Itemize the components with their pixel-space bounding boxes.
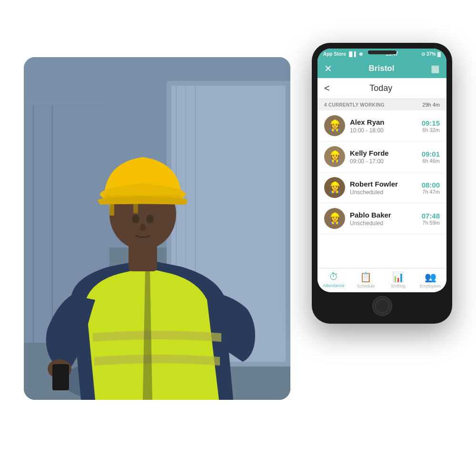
employee-item[interactable]: 👷 Kelly Forde 09:00 - 17:00 09:01 6h 46m: [317, 141, 446, 172]
svg-rect-19: [109, 204, 114, 216]
employee-info: Pablo Baker Unscheduled: [350, 211, 417, 227]
employee-list: 👷 Alex Ryan 10:00 - 18:00 09:15 6h 32m 👷…: [317, 110, 446, 268]
employee-avatar: 👷: [324, 146, 345, 167]
nav-label-schedule: Schedule: [357, 284, 375, 288]
location-title: Bristol: [369, 64, 395, 73]
status-right: ⊙ 37% ▓: [421, 51, 441, 57]
phone-device: App Store ▐▌▌ ⊛ 15:47 ⊙ 37% ▓ ✕ Bristol …: [312, 43, 452, 324]
nav-icon-schedule: 📋: [360, 271, 372, 283]
employee-name: Kelly Forde: [350, 149, 417, 157]
employee-info: Robert Fowler Unscheduled: [350, 180, 417, 196]
home-button[interactable]: [372, 296, 392, 316]
back-button[interactable]: <: [324, 83, 330, 94]
calendar-button[interactable]: ▦: [431, 63, 440, 74]
employee-clock-in: 09:01: [422, 150, 440, 158]
employee-item[interactable]: 👷 Alex Ryan 10:00 - 18:00 09:15 6h 32m: [317, 110, 446, 141]
signal-icon: ▐▌▌: [347, 51, 357, 57]
worker-illustration: [24, 57, 290, 400]
employee-item[interactable]: 👷 Pablo Baker Unscheduled 07:48 7h 59m: [317, 203, 446, 234]
stats-bar: 4 CURRENTLY WORKING 29h 4m: [317, 99, 446, 110]
employee-avatar: 👷: [324, 208, 345, 229]
svg-rect-12: [52, 364, 69, 390]
nav-icon-attendance: ⏱: [329, 271, 338, 282]
employee-name: Alex Ryan: [350, 118, 417, 126]
home-button-ring: [375, 299, 389, 313]
employee-name: Pablo Baker: [350, 211, 417, 219]
svg-point-17: [140, 224, 146, 231]
employee-avatar: 👷: [324, 177, 345, 198]
total-hours: 29h 4m: [422, 102, 440, 108]
battery-icon: ▓: [437, 51, 441, 57]
nav-row: < Today: [317, 78, 446, 99]
employee-duration: 7h 59m: [422, 220, 440, 226]
employee-avatar: 👷: [324, 115, 345, 136]
clock-icon: ⊙: [421, 51, 425, 57]
working-count-label: 4 CURRENTLY WORKING: [324, 102, 385, 108]
nav-icon-employees: 👥: [425, 271, 436, 283]
employee-shift: 10:00 - 18:00: [350, 127, 417, 134]
employee-duration: 6h 32m: [422, 127, 440, 133]
employee-shift: Unscheduled: [350, 220, 417, 227]
employee-clock-in: 07:48: [422, 212, 440, 220]
employee-name: Robert Fowler: [350, 180, 417, 188]
employee-shift: 09:00 - 17:00: [350, 158, 417, 165]
date-title: Today: [334, 83, 428, 93]
svg-rect-20: [133, 204, 138, 213]
employee-clock-in: 09:15: [422, 119, 440, 127]
employee-item[interactable]: 👷 Robert Fowler Unscheduled 08:00 7h 47m: [317, 172, 446, 203]
employee-shift: Unscheduled: [350, 189, 417, 196]
svg-point-15: [132, 215, 139, 223]
worker-photo-card: [24, 57, 290, 400]
status-left: App Store ▐▌▌ ⊛: [323, 51, 363, 57]
carrier-text: App Store: [323, 51, 346, 57]
phone-notch: [368, 50, 397, 54]
employee-time-block: 07:48 7h 59m: [422, 212, 440, 226]
nav-icon-shiftlog: 📊: [392, 271, 404, 283]
svg-point-16: [146, 215, 154, 223]
nav-item-attendance[interactable]: ⏱ Attendance: [317, 271, 350, 288]
employee-time-block: 09:01 6h 46m: [422, 150, 440, 164]
employee-duration: 7h 47m: [422, 189, 440, 195]
nav-item-schedule[interactable]: 📋 Schedule: [350, 271, 382, 288]
nav-item-shiftlog[interactable]: 📊 Shiftlog: [382, 271, 415, 288]
employee-time-block: 09:15 6h 32m: [422, 119, 440, 133]
battery-text: 37%: [426, 51, 436, 57]
nav-item-employees[interactable]: 👥 Employees: [414, 271, 446, 288]
app-header: ✕ Bristol ▦: [317, 59, 446, 78]
wifi-icon: ⊛: [359, 51, 363, 57]
employee-duration: 6h 46m: [422, 158, 440, 164]
close-button[interactable]: ✕: [324, 63, 332, 74]
phone-screen: App Store ▐▌▌ ⊛ 15:47 ⊙ 37% ▓ ✕ Bristol …: [317, 49, 446, 292]
nav-label-attendance: Attendance: [323, 283, 345, 288]
employee-info: Alex Ryan 10:00 - 18:00: [350, 118, 417, 134]
employee-info: Kelly Forde 09:00 - 17:00: [350, 149, 417, 165]
nav-label-employees: Employees: [420, 284, 441, 288]
employee-clock-in: 08:00: [422, 181, 440, 189]
employee-time-block: 08:00 7h 47m: [422, 181, 440, 195]
bottom-nav: ⏱ Attendance 📋 Schedule 📊 Shiftlog 👥 Emp…: [317, 268, 446, 292]
main-scene: App Store ▐▌▌ ⊛ 15:47 ⊙ 37% ▓ ✕ Bristol …: [24, 43, 452, 433]
nav-label-shiftlog: Shiftlog: [391, 284, 405, 288]
